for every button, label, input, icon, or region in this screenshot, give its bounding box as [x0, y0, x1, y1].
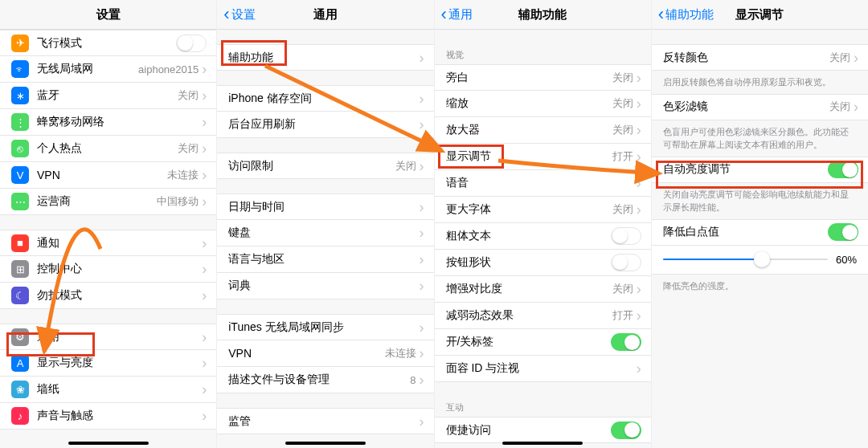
settings-row[interactable]: iTunes 无线局域网同步› [217, 314, 433, 340]
white-point-slider-row: 60% [652, 246, 868, 275]
settings-row[interactable]: ⊞控制中心› [0, 256, 216, 283]
row-value: 中国移动 [157, 194, 199, 209]
settings-row[interactable]: VPN未连接› [217, 340, 433, 367]
row-icon: ♪ [11, 407, 29, 425]
chevron-right-icon: › [637, 71, 641, 85]
chevron-right-icon: › [202, 262, 207, 276]
settings-row[interactable]: 色彩滤镜关闭› [652, 94, 868, 120]
settings-row[interactable]: 便捷访问 [435, 417, 651, 443]
general-col: ‹设置 通用 辅助功能› iPhone 储存空间›后台应用刷新› 访问限制关闭›… [217, 0, 434, 448]
settings-row[interactable]: 访问限制关闭› [217, 153, 433, 179]
row-value: 打开 [612, 149, 633, 164]
toggle-switch[interactable] [611, 227, 641, 245]
row-label: 减弱动态效果 [446, 308, 612, 323]
page-title: 通用 [313, 7, 338, 22]
settings-row[interactable]: 描述文件与设备管理8› [217, 367, 433, 393]
row-icon: ᯤ [11, 60, 29, 78]
chevron-left-icon: ‹ [223, 6, 229, 23]
row-icon: ∗ [11, 87, 29, 104]
settings-row[interactable]: 自动亮度调节 [652, 157, 868, 183]
settings-row[interactable]: ♪声音与触感› [0, 403, 216, 430]
settings-row[interactable]: 语音› [435, 170, 651, 197]
row-label: 运营商 [37, 194, 157, 209]
row-value: 未连接 [167, 168, 199, 182]
settings-row[interactable]: ❀墙纸› [0, 377, 216, 403]
settings-row[interactable]: 监管› [217, 408, 433, 434]
settings-row[interactable]: ☾勿扰模式› [0, 283, 216, 309]
settings-row[interactable]: ⋯运营商中国移动› [0, 189, 216, 215]
chevron-right-icon: › [202, 141, 207, 156]
toggle-switch[interactable] [611, 254, 641, 271]
chevron-right-icon: › [202, 115, 207, 129]
settings-row[interactable]: 粗体文本 [435, 223, 651, 250]
toggle-switch[interactable] [611, 422, 641, 439]
back-button[interactable]: ‹辅助功能 [658, 6, 714, 23]
header: ‹通用 辅助功能 [435, 0, 651, 30]
settings-row[interactable]: ᯤ无线局域网aiphone2015› [0, 56, 216, 83]
settings-row[interactable]: ■通知› [0, 230, 216, 256]
chevron-right-icon: › [420, 159, 424, 173]
settings-row[interactable]: ⎋个人热点关闭› [0, 136, 216, 162]
chevron-right-icon: › [420, 51, 424, 65]
row-label: 粗体文本 [446, 229, 611, 243]
display-adjust-col: ‹辅助功能 显示调节 反转颜色关闭› 启用反转颜色将自动停用原彩显示和夜览。 色… [652, 0, 868, 448]
header: ‹设置 通用 [217, 0, 433, 30]
settings-row[interactable]: ∗蓝牙关闭› [0, 83, 216, 109]
row-icon: ⋮ [11, 113, 29, 131]
chevron-right-icon: › [637, 361, 641, 376]
toggle-switch[interactable] [828, 161, 858, 178]
back-button[interactable]: ‹设置 [223, 6, 255, 23]
row-value: 关闭 [612, 282, 633, 296]
row-icon: ❀ [11, 381, 29, 398]
chevron-right-icon: › [854, 100, 858, 114]
settings-row[interactable]: 语言与地区› [217, 246, 433, 273]
row-value: 关闭 [612, 71, 633, 85]
row-label: 面容 ID 与注视 [446, 361, 637, 376]
settings-row[interactable]: A显示与亮度› [0, 350, 216, 377]
chevron-right-icon: › [202, 356, 207, 370]
row-icon: V [11, 166, 29, 184]
settings-row[interactable]: ⚙通用› [0, 324, 216, 350]
row-icon: ✈ [11, 35, 29, 52]
settings-row[interactable]: 日期与时间› [217, 193, 433, 220]
row-label: 日期与时间 [228, 200, 419, 214]
settings-col: 设置 ✈飞行模式ᯤ无线局域网aiphone2015›∗蓝牙关闭›⋮蜂窝移动网络›… [0, 0, 217, 448]
settings-row[interactable]: 按钮形状 [435, 250, 651, 276]
settings-row[interactable]: 减弱动态效果打开› [435, 303, 651, 329]
settings-row[interactable]: 面容 ID 与注视› [435, 356, 651, 382]
home-indicator [68, 442, 149, 445]
settings-row[interactable]: 词典› [217, 273, 433, 299]
chevron-right-icon: › [420, 373, 424, 387]
settings-row[interactable]: 旁白关闭› [435, 64, 651, 91]
white-point-slider[interactable] [663, 259, 828, 260]
row-icon: ⎋ [11, 140, 29, 157]
toggle-switch[interactable] [828, 223, 858, 241]
settings-row[interactable]: 增强对比度关闭› [435, 276, 651, 303]
toggle-switch[interactable] [611, 333, 641, 351]
toggle-switch[interactable] [176, 35, 207, 52]
chevron-right-icon: › [420, 320, 424, 335]
settings-row[interactable]: 更大字体关闭› [435, 197, 651, 223]
settings-row[interactable]: 放大器关闭› [435, 117, 651, 144]
row-label: 通用 [37, 330, 202, 344]
settings-row[interactable]: iPhone 储存空间› [217, 85, 433, 112]
row-label: iTunes 无线局域网同步 [228, 320, 419, 335]
chevron-right-icon: › [637, 308, 641, 323]
settings-row[interactable]: 键盘› [217, 220, 433, 246]
settings-row[interactable]: ⋮蜂窝移动网络› [0, 109, 216, 136]
settings-row[interactable]: 降低白点值 [652, 219, 868, 246]
row-label: 访问限制 [228, 159, 395, 173]
back-button[interactable]: ‹通用 [441, 6, 473, 23]
settings-row[interactable]: 辅助功能› [217, 44, 433, 71]
settings-row[interactable]: ✈飞行模式 [0, 30, 216, 56]
row-icon: ⋯ [11, 193, 29, 210]
page-title: 辅助功能 [518, 7, 567, 22]
settings-row[interactable]: 显示调节打开› [435, 144, 651, 170]
settings-row[interactable]: 缩放关闭› [435, 91, 651, 117]
row-label: 声音与触感 [37, 409, 202, 423]
settings-row[interactable]: 反转颜色关闭› [652, 44, 868, 71]
row-label: 辅助功能 [228, 51, 419, 65]
settings-row[interactable]: VVPN未连接› [0, 162, 216, 189]
settings-row[interactable]: 开/关标签 [435, 329, 651, 356]
settings-row[interactable]: 后台应用刷新› [217, 112, 433, 138]
